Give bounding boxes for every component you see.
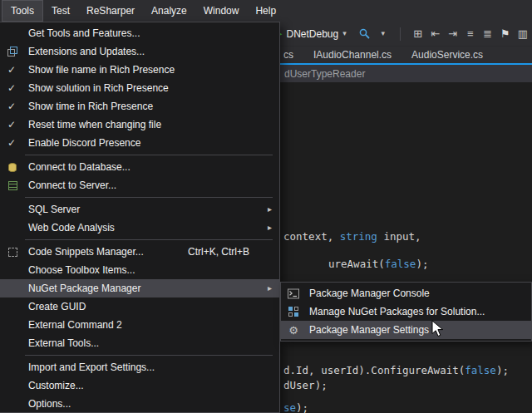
toolbar-separator xyxy=(396,27,406,41)
menubar-item-help[interactable]: Help xyxy=(247,0,284,22)
debug-run-button[interactable]: ▶ DNetDebug ▾ xyxy=(275,28,347,40)
menu-item-connect-to-database[interactable]: Connect to Database... xyxy=(0,158,279,176)
export-template-icon[interactable]: ⊞ xyxy=(413,28,423,39)
menu-item-label: Create GUID xyxy=(28,301,86,312)
server-icon xyxy=(6,179,19,192)
menu-item-label: Connect to Server... xyxy=(28,179,116,191)
submenu-arrow-icon: ▸ xyxy=(268,205,272,214)
dropdown-chevron-icon[interactable]: ▾ xyxy=(378,30,388,37)
menu-item-nuget-package-manager[interactable]: NuGet Package Manager▸ xyxy=(0,279,279,297)
columns-icon[interactable]: ▥ xyxy=(518,28,528,39)
menu-item-show-solution-in-rich-presence[interactable]: ✓Show solution in Rich Presence xyxy=(0,79,279,97)
code-segment: false xyxy=(385,258,416,270)
menu-item-web-code-analysis[interactable]: Web Code Analysis▸ xyxy=(0,219,279,237)
menu-item-choose-toolbox-items[interactable]: Choose Toolbox Items... xyxy=(0,261,279,279)
menu-item-label: Import and Export Settings... xyxy=(28,361,155,373)
menu-item-label: NuGet Package Manager xyxy=(28,283,140,294)
menubar-item-analyze[interactable]: Analyze xyxy=(143,0,195,22)
tab-audioservice-cs[interactable]: AudioService.cs xyxy=(401,47,493,63)
code-line: context, string input, xyxy=(283,230,421,243)
menu-item-label: Show file name in Rich Presence xyxy=(28,64,175,76)
menu-item-extensions-and-updates[interactable]: Extensions and Updates... xyxy=(0,42,279,61)
menu-item-code-snippets-manager[interactable]: Code Snippets Manager...Ctrl+K, Ctrl+B xyxy=(0,243,279,261)
submenu-item-package-manager-console[interactable]: Package Manager Console xyxy=(281,284,531,302)
menu-item-label: External Command 2 xyxy=(28,319,122,331)
menubar-item-window[interactable]: Window xyxy=(195,0,248,22)
menu-item-label: Extensions and Updates... xyxy=(28,46,145,57)
find-icon[interactable] xyxy=(358,27,371,40)
menu-item-external-command-2[interactable]: External Command 2 xyxy=(0,316,279,334)
code-segment: ); xyxy=(496,364,509,376)
code-line: dUser); xyxy=(283,379,328,391)
submenu-item-package-manager-settings[interactable]: ⚙Package Manager Settings xyxy=(281,321,531,339)
vs-window: ToolsTestReSharperAnalyzeWindowHelp ▶ DN… xyxy=(0,0,532,413)
menu-item-reset-time-when-changing-file[interactable]: ✓Reset time when changing file xyxy=(0,116,279,134)
code-segment: d.Id, userId).ConfigureAwait( xyxy=(283,364,465,376)
submenu-arrow-icon: ▸ xyxy=(268,224,272,232)
menu-item-show-file-name-in-rich-presence[interactable]: ✓Show file name in Rich Presence xyxy=(0,61,279,79)
menu-item-label: Show time in Rich Presence xyxy=(28,101,153,112)
gear-icon: ⚙ xyxy=(287,323,300,337)
menu-item-get-tools-and-features[interactable]: Get Tools and Features... xyxy=(0,24,279,42)
snippets-icon xyxy=(6,245,19,258)
menu-item-label: Get Tools and Features... xyxy=(28,27,140,39)
code-line: d.Id, userId).ConfigureAwait(false); xyxy=(283,364,509,376)
code-segment: string xyxy=(340,230,377,243)
menu-item-label: Package Manager Console xyxy=(309,288,430,299)
run-config-label: DNetDebug xyxy=(286,28,338,40)
menu-item-options[interactable]: Options... xyxy=(0,395,279,413)
check-icon: ✓ xyxy=(7,101,16,111)
sort-lines-icon[interactable]: ≡ xyxy=(466,28,475,39)
menu-item-enable-discord-presence[interactable]: ✓Enable Discord Presence xyxy=(0,134,279,152)
menu-item-label: Show solution in Rich Presence xyxy=(28,82,169,94)
chevron-down-icon[interactable]: ▾ xyxy=(342,30,347,37)
menu-item-label: Connect to Database... xyxy=(28,161,131,173)
code-segment: se xyxy=(283,401,296,413)
shift-right-icon[interactable]: ⇥ xyxy=(448,28,458,39)
menu-item-label: Reset time when changing file xyxy=(28,119,161,130)
menu-item-label: Code Snippets Manager... xyxy=(28,246,144,258)
menu-item-show-time-in-rich-presence[interactable]: ✓Show time in Rich Presence xyxy=(0,97,279,116)
submenu-item-manage-nuget-packages-for-solution[interactable]: Manage NuGet Packages for Solution... xyxy=(281,302,531,321)
menu-separator xyxy=(25,355,273,356)
menu-item-label: External Tools... xyxy=(28,337,99,349)
bookmark-icon[interactable]: ⚑ xyxy=(500,28,510,39)
check-icon: ✓ xyxy=(7,83,16,93)
nuget-submenu: Package Manager ConsoleManage NuGet Pack… xyxy=(280,282,532,342)
menubar-item-resharper[interactable]: ReSharper xyxy=(78,0,143,22)
menu-item-customize[interactable]: Customize... xyxy=(0,376,279,395)
menubar: ToolsTestReSharperAnalyzeWindowHelp xyxy=(0,0,532,22)
extensions-icon xyxy=(6,45,19,58)
menu-item-label: Enable Discord Presence xyxy=(28,137,140,149)
menu-item-sql-server[interactable]: SQL Server▸ xyxy=(0,200,279,219)
menu-item-create-guid[interactable]: Create GUID xyxy=(0,297,279,316)
menu-item-label: Options... xyxy=(28,398,71,410)
menu-item-label: Manage NuGet Packages for Solution... xyxy=(309,306,485,317)
menubar-item-test[interactable]: Test xyxy=(43,0,78,22)
menu-separator xyxy=(25,155,273,155)
menu-item-connect-to-server[interactable]: Connect to Server... xyxy=(0,176,279,194)
menu-item-label: Customize... xyxy=(28,380,84,391)
check-icon: ✓ xyxy=(7,120,16,130)
manage-packages-icon xyxy=(287,305,300,318)
code-line: se); xyxy=(283,401,308,413)
submenu-arrow-icon: ▸ xyxy=(268,284,272,293)
code-segment: ureAwait( xyxy=(328,258,385,270)
tab-iaudiochannel-cs[interactable]: IAudioChannel.cs xyxy=(303,47,401,63)
menu-item-label: Package Manager Settings xyxy=(309,324,429,336)
code-segment: input, xyxy=(377,230,421,243)
menu-item-import-and-export-settings[interactable]: Import and Export Settings... xyxy=(0,358,279,376)
menu-separator xyxy=(25,239,273,240)
code-segment: false xyxy=(465,364,496,376)
menu-item-shortcut: Ctrl+K, Ctrl+B xyxy=(188,246,249,258)
sort-lines-desc-icon[interactable]: ≣ xyxy=(483,28,493,39)
menu-item-external-tools[interactable]: External Tools... xyxy=(0,334,279,352)
breadcrumb-text: dUserTypeReader xyxy=(284,68,365,80)
code-line: ureAwait(false); xyxy=(328,258,428,270)
check-icon: ✓ xyxy=(7,65,16,75)
menu-item-label: SQL Server xyxy=(28,204,80,215)
code-segment: context, xyxy=(283,230,340,243)
menubar-item-tools[interactable]: Tools xyxy=(2,0,43,22)
shift-left-icon[interactable]: ⇤ xyxy=(431,28,441,39)
menu-item-label: Web Code Analysis xyxy=(28,222,115,234)
